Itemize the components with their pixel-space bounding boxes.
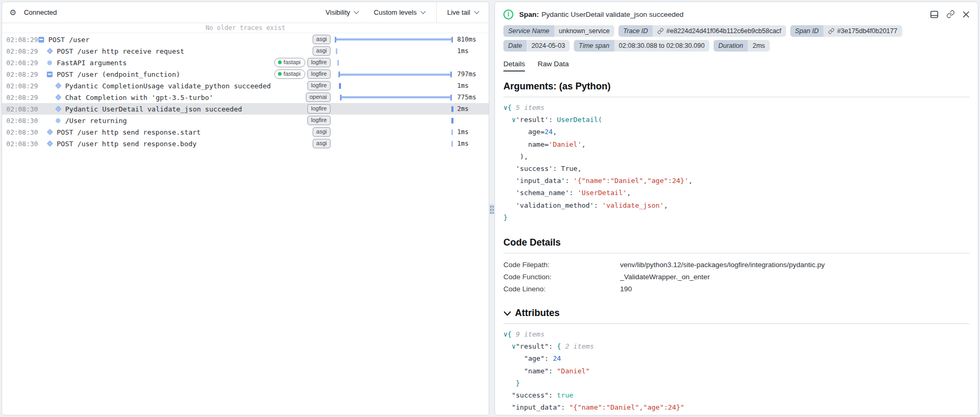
duration-bar-area: [335, 94, 453, 101]
custom-levels-label: Custom levels: [374, 8, 417, 16]
collapse-caret-icon[interactable]: ∨: [503, 330, 508, 338]
code-detail-label: Code Lineno:: [503, 283, 620, 295]
code-detail-row: Code Function:_ValidateWrapper._on_enter: [503, 271, 969, 283]
chevron-down-icon: [474, 8, 479, 14]
code-detail-label: Code Function:: [503, 271, 620, 283]
duration-bar-area: [335, 70, 453, 78]
duration-label: 1ms: [457, 82, 486, 89]
tag-pill-asgi[interactable]: asgi: [313, 139, 331, 148]
attributes-code-block: ∨{ 9 items ∨"result": { 2 items "age": 2…: [503, 328, 969, 415]
tag-pill-fastapi[interactable]: fastapi: [274, 58, 305, 67]
tag-pill-openai[interactable]: openai: [306, 93, 331, 102]
badge-duration: Duration2ms: [714, 40, 770, 52]
link-icon: [657, 28, 664, 34]
tag-pill-logfire[interactable]: logfire: [307, 104, 331, 114]
badge-date: Date2024-05-03: [503, 40, 570, 52]
trace-timestamp: 02:08:29: [6, 82, 37, 90]
app: ⚙ Connected Visibility Custom levels Liv…: [0, 0, 980, 417]
toggle-panel-layout-icon[interactable]: [930, 11, 938, 18]
live-tail-dropdown[interactable]: Live tail: [437, 2, 489, 23]
tab-details[interactable]: Details: [503, 60, 525, 72]
collapse-toggle-icon[interactable]: [37, 37, 46, 43]
trace-timestamp: 02:08:29: [6, 94, 37, 101]
trace-row[interactable]: 02:08:30/User returninglogfire: [2, 115, 489, 126]
tag-pill-logfire[interactable]: logfire: [307, 58, 331, 67]
visibility-dropdown[interactable]: Visibility: [326, 8, 358, 16]
custom-levels-dropdown[interactable]: Custom levels: [374, 8, 425, 16]
duration-tick: [451, 118, 453, 124]
visibility-label: Visibility: [326, 8, 350, 16]
code-details-heading: Code Details: [503, 237, 969, 248]
tag-pill-asgi[interactable]: asgi: [313, 35, 331, 44]
span-title-text: Pydantic UserDetail validate_json succee…: [542, 11, 684, 18]
trace-panel: ⚙ Connected Visibility Custom levels Liv…: [2, 2, 489, 415]
duration-bar-area: [335, 47, 453, 55]
copy-link-icon[interactable]: [946, 10, 955, 18]
trace-row[interactable]: 02:08:30POST /user http send response.bo…: [2, 138, 489, 149]
badge-trace-id: Trace ID#e8224d24d41f064b112c6eb9cb58cac…: [618, 25, 786, 37]
badge-value: 02:08:30.088 to 02:08:30.090: [614, 40, 709, 52]
trace-row[interactable]: 02:08:29POST /userasgi810ms: [2, 34, 489, 45]
badge-value[interactable]: #3e175db4f0b20177: [823, 25, 902, 37]
span-diamond-icon: [45, 130, 54, 134]
tag-pill-asgi[interactable]: asgi: [313, 46, 331, 56]
tag-list: fastapilogfire: [274, 69, 331, 79]
tag-pill-logfire[interactable]: logfire: [307, 116, 331, 125]
trace-row[interactable]: 02:08:29POST /user http receive requesta…: [2, 45, 489, 57]
span-detail-panel: Span:Pydantic UserDetail validate_json s…: [494, 2, 978, 415]
span-diamond-icon: [54, 107, 63, 111]
trace-timestamp: 02:08:29: [6, 59, 37, 67]
code-line: }: [503, 377, 969, 389]
code-detail-label: Code Filepath:: [503, 259, 620, 271]
attributes-section-toggle[interactable]: Attributes: [503, 308, 969, 319]
trace-label: POST /user: [48, 36, 313, 44]
tab-raw-data[interactable]: Raw Data: [538, 60, 569, 72]
code-line: "name": "Daniel": [503, 365, 969, 377]
no-older-traces-notice: No older traces exist: [2, 23, 489, 33]
live-tail-label: Live tail: [447, 8, 470, 16]
code-line: "code.lineno": 190: [503, 413, 969, 415]
tag-pill-asgi[interactable]: asgi: [313, 127, 331, 137]
badge-service-name: Service Nameunknown_service: [503, 25, 614, 37]
trace-timestamp: 02:08:29: [6, 70, 37, 78]
tag-pill-logfire[interactable]: logfire: [307, 69, 331, 79]
badge-value[interactable]: #e8224d24d41f064b112c6eb9cb58cacf: [653, 25, 786, 37]
code-detail-value: 190: [620, 283, 632, 295]
tag-list: logfire: [307, 104, 331, 114]
collapse-caret-icon[interactable]: ∨: [503, 104, 508, 111]
tag-pill-logfire[interactable]: logfire: [307, 81, 331, 90]
code-line: "success": true: [503, 389, 969, 401]
badge-time-span: Time span02:08:30.088 to 02:08:30.090: [574, 40, 709, 52]
trace-label: /User returning: [65, 117, 307, 125]
arguments-code-block: ∨{ 5 items ∨'result': UserDetail( age=24…: [503, 101, 969, 223]
badge-label: Duration: [714, 40, 748, 52]
panel-resize-handle[interactable]: [488, 202, 496, 216]
code-line: name='Daniel',: [503, 138, 969, 150]
trace-row[interactable]: 02:08:30POST /user http send response.st…: [2, 126, 489, 138]
code-detail-row: Code Filepath:venv/lib/python3.12/site-p…: [503, 259, 969, 271]
span-title: Span:Pydantic UserDetail validate_json s…: [519, 11, 684, 18]
code-line: ),: [503, 150, 969, 162]
section-divider: [503, 97, 969, 97]
badge-label: Time span: [574, 40, 614, 52]
tag-pill-fastapi[interactable]: fastapi: [274, 69, 305, 79]
code-line: "age": 24: [503, 352, 969, 364]
trace-row[interactable]: 02:08:29FastAPI argumentsfastapilogfire: [2, 57, 489, 68]
duration-tick: [337, 60, 339, 66]
trace-row[interactable]: 02:08:29POST /user (endpoint_function)fa…: [2, 68, 489, 80]
trace-row[interactable]: 02:08:30Pydantic UserDetail validate_jso…: [2, 103, 489, 115]
code-details-rows: Code Filepath:venv/lib/python3.12/site-p…: [503, 259, 969, 295]
close-icon[interactable]: [963, 11, 969, 18]
duration-bar-area: [335, 140, 453, 148]
tag-list: openai: [306, 93, 331, 102]
span-diamond-icon: [54, 84, 63, 88]
collapse-toggle-icon[interactable]: [45, 72, 54, 77]
gear-icon[interactable]: ⚙: [9, 8, 16, 16]
trace-label: Chat Completion with 'gpt-3.5-turbo': [65, 94, 306, 101]
trace-row[interactable]: 02:08:29Chat Completion with 'gpt-3.5-tu…: [2, 91, 489, 103]
trace-row[interactable]: 02:08:29Pydantic CompletionUsage validat…: [2, 80, 489, 91]
green-dot-icon: [278, 72, 282, 76]
section-divider: [503, 323, 969, 324]
span-level-label: Span:: [519, 11, 539, 18]
trace-timestamp: 02:08:29: [6, 36, 37, 44]
